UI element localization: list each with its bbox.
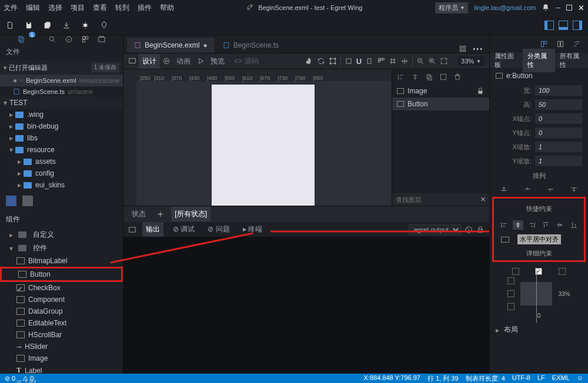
tree-folder-bindebug[interactable]: ▸bin-debug	[0, 120, 123, 132]
clear-output-icon[interactable]	[465, 226, 473, 234]
status-selection[interactable]: 行 1, 列 39	[427, 374, 459, 383]
mode-anim[interactable]: 动画	[173, 54, 194, 69]
grid3-icon[interactable]	[377, 57, 385, 65]
open-file-beginsceneexml[interactable]: ● BeginScene.exml resource\scene	[0, 75, 123, 86]
debug-tab[interactable]: ⊘ 调试	[169, 222, 198, 237]
delete-icon[interactable]	[453, 73, 462, 81]
download-icon[interactable]	[62, 21, 71, 29]
add-state-button[interactable]: +	[154, 209, 166, 220]
comp-editabletext[interactable]: EditableText	[0, 317, 123, 329]
open-editors-header[interactable]: ▾ 已打开编辑器 1 未保存	[0, 61, 123, 75]
copy-icon[interactable]	[425, 73, 433, 81]
extensions-icon[interactable]	[81, 35, 89, 43]
magnet-icon[interactable]: U	[356, 57, 362, 66]
bug-icon[interactable]	[81, 21, 89, 29]
layout-bottom-icon[interactable]	[559, 21, 568, 30]
hash-icon[interactable]	[389, 57, 397, 65]
menu-project[interactable]: 项目	[71, 3, 85, 13]
comp-hscrollbar[interactable]: HScrollBar	[0, 329, 123, 341]
menu-file[interactable]: 文件	[4, 3, 18, 13]
problems-tab[interactable]: ⊘ 问题	[204, 222, 233, 237]
align-right-icon[interactable]	[527, 220, 537, 230]
book-icon[interactable]	[556, 40, 564, 48]
constraint-visualizer[interactable]	[520, 282, 552, 305]
tree-folder-resource[interactable]: ▾resource	[0, 144, 123, 156]
zoom-dropdown[interactable]: 33%▼	[457, 56, 485, 66]
comp-group-controls[interactable]: ▾控件	[0, 241, 123, 255]
more-icon[interactable]: •••	[473, 45, 483, 52]
files-icon[interactable]	[17, 35, 25, 43]
comp-checkbox[interactable]: ✓CheckBox	[0, 282, 123, 294]
constraint-bottom-check[interactable]	[507, 303, 514, 310]
tree-folder-libs[interactable]: ▸libs	[0, 132, 123, 144]
debug-tab-icon[interactable]	[65, 35, 73, 43]
menu-help[interactable]: 帮助	[160, 3, 174, 13]
fit-icon[interactable]	[440, 57, 448, 65]
prop-anchory[interactable]	[535, 127, 582, 138]
output-channel-select[interactable]: egret.output	[409, 224, 461, 235]
constraint-vcenter-check[interactable]	[507, 290, 514, 297]
close-button[interactable]: ✕	[578, 4, 584, 12]
comp-list[interactable]: ☰List	[0, 377, 123, 383]
status-encoding[interactable]: UTF-8	[512, 374, 530, 383]
layer-button[interactable]: Button	[392, 98, 489, 110]
tree-folder-config[interactable]: ▸config	[0, 167, 123, 179]
all-states-tab[interactable]: [所有状态]	[171, 207, 211, 221]
arrows-icon[interactable]	[400, 57, 409, 65]
align-top-icon[interactable]	[540, 220, 551, 230]
output-tab[interactable]: 输出	[142, 222, 163, 237]
zoomin-icon[interactable]	[428, 57, 436, 65]
db-icon[interactable]	[22, 196, 33, 206]
prop-height[interactable]	[535, 99, 582, 110]
constraint-left-check[interactable]	[512, 268, 519, 275]
open-file-beginscenets[interactable]: BeginScene.ts src\scene	[0, 86, 123, 97]
status-eol[interactable]: LF	[537, 374, 545, 383]
res-icon[interactable]	[98, 35, 106, 43]
align-vcenter-icon[interactable]	[554, 220, 565, 230]
puzzle-icon[interactable]	[6, 196, 16, 206]
comp-datagroup[interactable]: DataGroup	[0, 305, 123, 317]
menu-plugins[interactable]: 插件	[138, 3, 152, 13]
role-dropdown[interactable]: 程序员▼	[435, 2, 469, 14]
comp-group-custom[interactable]: ▸自定义	[0, 228, 123, 241]
project-root[interactable]: ▾ TEST	[0, 97, 123, 109]
save-all-icon[interactable]	[44, 21, 52, 29]
minimize-button[interactable]: ─	[556, 4, 560, 11]
grid-icon[interactable]	[459, 45, 467, 53]
search-icon[interactable]	[48, 35, 56, 43]
bell-icon[interactable]	[542, 4, 550, 12]
status-tabsize[interactable]: 制表符长度: 4	[466, 374, 505, 383]
menu-goto[interactable]: 转到	[115, 3, 129, 13]
mode-preview[interactable]: 预览	[207, 54, 228, 69]
comp-label[interactable]: TLabel	[0, 364, 123, 377]
snap-icon[interactable]	[345, 57, 353, 65]
prop-width[interactable]	[535, 85, 582, 96]
status-feedback-icon[interactable]: ☺	[577, 374, 583, 383]
props-layout-icon[interactable]	[540, 40, 548, 48]
bring-forward-icon[interactable]	[523, 185, 532, 193]
tree-folder-euiskins[interactable]: ▸eui_skins	[0, 179, 123, 191]
status-lang[interactable]: EXML	[552, 374, 570, 383]
layout-section[interactable]: ▸布局	[490, 322, 588, 337]
menu-view[interactable]: 查看	[93, 3, 107, 13]
align-l-icon[interactable]	[397, 73, 405, 81]
comp-bitmaplabel[interactable]: BitmapLabel	[0, 255, 123, 267]
constraint-top-check[interactable]	[507, 277, 514, 284]
status-warnings-icon[interactable]: ⊘ 0	[5, 375, 15, 382]
tree-folder-assets[interactable]: ▸assets	[0, 156, 123, 167]
status-errors-icon[interactable]: ⚠ 0	[22, 375, 34, 382]
hand-tool-icon[interactable]	[305, 57, 313, 65]
lock-output-icon[interactable]	[476, 226, 485, 234]
tab-beginscenets[interactable]: BeginScene.ts	[216, 38, 286, 53]
tab-beginsceneexml[interactable]: BeginScene.exml●	[127, 38, 215, 53]
lock-icon[interactable]	[476, 87, 485, 95]
mode-source[interactable]: <>源码	[230, 54, 262, 69]
send-backward-icon[interactable]	[546, 185, 554, 193]
zoomout-icon[interactable]	[416, 57, 425, 65]
prop-scalex[interactable]	[535, 142, 582, 152]
terminal-tab[interactable]: ▸ 终端	[239, 222, 266, 237]
bring-front-icon[interactable]	[500, 185, 508, 193]
transform-icon[interactable]	[329, 57, 337, 65]
user-email[interactable]: lingle.lau@gmail.com	[474, 4, 536, 11]
save-icon[interactable]	[25, 21, 33, 29]
